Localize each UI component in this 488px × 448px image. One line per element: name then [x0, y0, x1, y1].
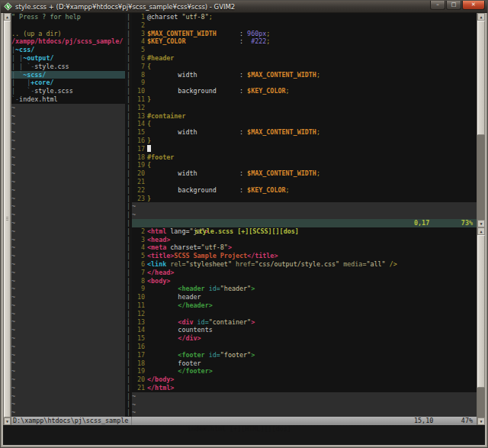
tree-item[interactable]: | |+core/	[11, 79, 125, 87]
code-line[interactable]: 23}	[132, 195, 477, 203]
separator-glyph: |	[125, 13, 132, 21]
code-line[interactable]: 11 </header>	[132, 301, 477, 310]
code-line[interactable]: 19 </footer>	[132, 367, 477, 375]
maximize-button[interactable]: □	[446, 1, 461, 10]
text-segment: | `-	[11, 87, 34, 95]
code-line[interactable]: 12	[132, 104, 477, 112]
text-segment: {	[147, 120, 151, 127]
line-number: 8	[132, 71, 145, 79]
nontext-row: ~	[11, 236, 125, 244]
file-tree-pane[interactable]: " Press ? for help.. (up a dir)/xampp/ht…	[11, 13, 125, 417]
separator-glyph: |	[125, 310, 132, 318]
scroll-down-icon[interactable]: ▼	[4, 417, 11, 425]
tree-item[interactable]: `-index.html	[11, 95, 125, 104]
right-scrollbar-bottom[interactable]: ▲ ▼	[477, 227, 485, 425]
scroll-down-icon[interactable]: ▼	[477, 417, 485, 425]
tree-item[interactable]: | `-style.scss	[11, 87, 125, 95]
code-line[interactable]: 7{	[132, 63, 477, 71]
statusline-scss[interactable]: style.scss [+][SCSS][][dos] 0,17 73%	[132, 219, 477, 227]
code-line[interactable]: 8 width : $MAX_CONTENT_WIDTH;	[132, 71, 477, 79]
text-segment: ~css/	[15, 46, 34, 53]
tree-item[interactable]: .. (up a dir)	[11, 30, 125, 38]
right-scrollbar-bottom-thumb[interactable]	[477, 235, 485, 388]
code-line[interactable]: 2	[132, 21, 477, 30]
text-segment: ;	[316, 128, 320, 136]
text-segment: | `	[11, 71, 23, 79]
left-scrollbar-thumb[interactable]	[4, 21, 11, 417]
right-scrollbar[interactable]: ▲ ▼ ▲ ▼	[477, 13, 485, 425]
code-line[interactable]: 18 footer	[132, 359, 477, 368]
text-segment	[147, 301, 178, 309]
nontext-row: ~	[11, 202, 125, 211]
separator-glyph: |	[125, 161, 132, 169]
text-segment: </body>	[147, 375, 174, 383]
code-line[interactable]: 16	[132, 343, 477, 351]
tree-item[interactable]: | | `-style.css	[11, 63, 125, 71]
code-line[interactable]: 10 background : $KEY_COLOR;	[132, 87, 477, 95]
code-line[interactable]: 7</head>	[132, 269, 477, 277]
code-line[interactable]: 21	[132, 178, 477, 186]
code-line[interactable]: 15 </div>	[132, 334, 477, 343]
code-line[interactable]: 17	[132, 145, 477, 153]
code-line[interactable]: 19{	[132, 161, 477, 169]
code-line[interactable]: 21</html>	[132, 384, 477, 392]
code-line[interactable]: 14 countents	[132, 326, 477, 334]
tree-item[interactable]: /xampp/htdocs/pj/scss_sample/	[11, 37, 125, 46]
code-line[interactable]: 14{	[132, 120, 477, 128]
right-scrollbar-top-thumb[interactable]	[477, 21, 485, 135]
code-line[interactable]: 1@charset "utf-8";	[132, 13, 477, 21]
code-line[interactable]: 13 <div id="container">	[132, 318, 477, 327]
code-line[interactable]: 13#container	[132, 112, 477, 121]
code-line[interactable]: 17 <footer id="footer">	[132, 351, 477, 359]
right-scrollbar-top[interactable]: ▲ ▼	[477, 13, 485, 227]
code-line[interactable]: 10 header	[132, 293, 477, 301]
code-line[interactable]: 5	[132, 46, 477, 54]
tree-item[interactable]: | `~scss/	[11, 71, 125, 79]
tree-item[interactable]: " Press ? for help	[11, 13, 125, 21]
scroll-down-icon[interactable]: ▼	[477, 220, 485, 227]
scroll-up-icon[interactable]: ▲	[477, 13, 485, 21]
minimize-button[interactable]: –	[430, 1, 445, 10]
code-line[interactable]: 6#header	[132, 54, 477, 63]
nontext-row: ~	[11, 112, 125, 121]
text-segment: ;	[266, 37, 270, 45]
titlebar[interactable]: style.scss + (D:¥xampp¥htdocs¥pj¥scss_sa…	[1, 1, 487, 13]
code-line[interactable]: 12	[132, 310, 477, 318]
statusline-bottom[interactable]: D:\xampp\htdocs\pj\scss_sample index.htm…	[11, 417, 477, 425]
scroll-up-icon[interactable]: ▲	[477, 227, 485, 235]
code-line[interactable]: 6<link rel="stylesheet" href="css/output…	[132, 260, 477, 269]
tree-item[interactable]: | |~output/	[11, 54, 125, 63]
code-line[interactable]: 18#footer	[132, 153, 477, 162]
scrollbar-track[interactable]	[477, 388, 485, 417]
code-line[interactable]: 15 width : $MAX_CONTENT_WIDTH;	[132, 128, 477, 137]
text-segment: >	[251, 285, 255, 292]
code-line[interactable]: 8<body>	[132, 277, 477, 285]
text-segment: </footer>	[178, 367, 212, 375]
separator-glyph: |	[125, 178, 132, 186]
line-number: 20	[132, 169, 145, 178]
code-line[interactable]: 16}	[132, 137, 477, 145]
nontext-row: ~	[11, 293, 125, 301]
scss-editor-pane[interactable]: 1@charset "utf-8";23$MAX_CONTENT_WIDTH :…	[132, 13, 477, 219]
scroll-up-icon[interactable]: ▲	[4, 13, 11, 21]
close-button[interactable]: ✕	[462, 1, 485, 10]
code-line[interactable]: 20 width : $MAX_CONTENT_WIDTH;	[132, 169, 477, 178]
code-line[interactable]: 22 background : $KEY_COLOR;	[132, 186, 477, 195]
text-segment: header	[147, 293, 201, 301]
code-line[interactable]: 3$MAX_CONTENT_WIDTH : 960px;	[132, 30, 477, 38]
separator-glyph: |	[125, 120, 132, 128]
code-line[interactable]: 9 <header id="header">	[132, 285, 477, 293]
code-line[interactable]: 20</body>	[132, 375, 477, 384]
line-number: 11	[132, 301, 145, 310]
scrollbar-track[interactable]	[477, 135, 485, 220]
text-segment: background :	[147, 186, 247, 194]
vertical-split-separator[interactable]: ||||||||||||||||||||||||||||||||||||||||…	[125, 13, 132, 417]
code-line[interactable]: 9	[132, 79, 477, 87]
tree-item[interactable]	[11, 21, 125, 30]
tree-item[interactable]: |~css/	[11, 46, 125, 54]
code-line[interactable]: 4$KEY_COLOR : #222;	[132, 37, 477, 46]
separator-glyph: |	[125, 153, 132, 162]
statusline-filename: index.html [+][HTML][][dos]	[186, 425, 291, 433]
code-line[interactable]: 11}	[132, 95, 477, 104]
left-scrollbar[interactable]: ▲ ▼	[3, 13, 11, 425]
